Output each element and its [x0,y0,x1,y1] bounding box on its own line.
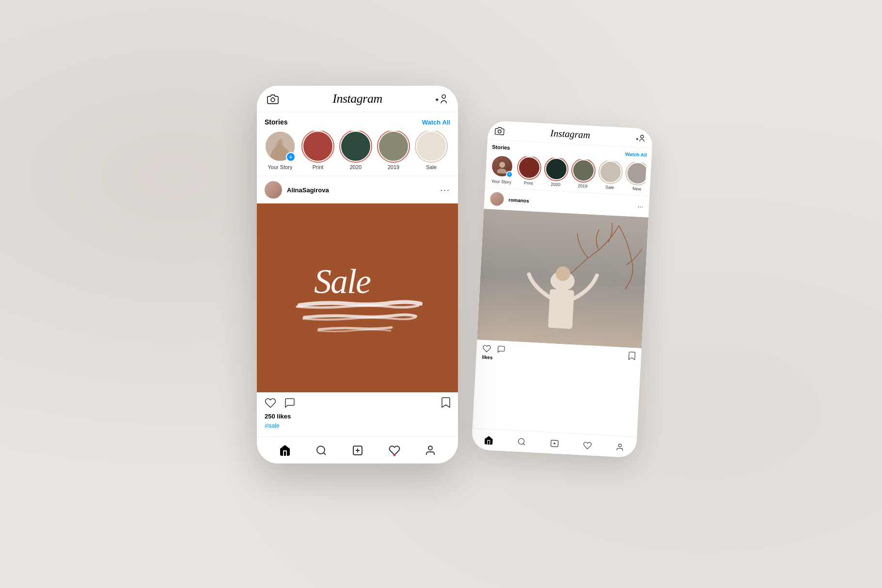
back-nav-add[interactable] [550,439,560,448]
front-add-user-icon[interactable] [436,93,448,105]
svg-point-14 [618,444,621,447]
stories-list-front: + Your Story Print [265,131,450,170]
back-post-username: romanos [508,197,529,203]
story-label-2019: 2019 [388,164,399,170]
back-bottom-nav [471,428,637,458]
front-camera-icon[interactable] [267,93,279,105]
story-item-sale-back[interactable]: Sale [598,160,622,190]
back-phone: Instagram Stories Watch All [471,121,653,458]
front-phone-header: Instagram [257,86,458,112]
svg-point-25 [428,446,432,450]
front-nav-search[interactable] [315,445,327,456]
plant-decoration [477,209,648,348]
svg-line-10 [523,443,524,445]
story-item-sale[interactable]: Sale [416,131,447,170]
back-nav-search[interactable] [517,437,526,446]
back-phone-stories: Stories Watch All + Your Story [485,140,652,197]
phones-container: Instagram Stories Watch All [247,76,635,512]
story-item-2020[interactable]: 2020 [340,131,371,170]
story-label-your-story: Your Story [268,164,293,170]
watch-all-front[interactable]: Watch All [422,119,450,126]
front-post-caption: #sale [257,420,458,433]
story-label-print: Print [524,181,533,186]
front-like-button[interactable] [265,397,276,410]
back-nav-profile[interactable] [615,442,625,451]
svg-text:Sale: Sale [314,262,371,301]
stories-list-back: + Your Story Print [490,155,646,192]
story-label-sale: Sale [426,164,437,170]
camera-icon[interactable] [494,125,504,136]
front-nav-add[interactable] [351,445,364,456]
back-nav-home[interactable] [484,435,494,444]
hashtag-sale: #sale [265,422,280,429]
front-post-avatar [265,181,282,199]
front-comment-button[interactable] [284,397,296,410]
story-item-your-story[interactable]: + Your Story [265,131,296,170]
back-comment-button[interactable] [497,345,506,353]
stories-label-back: Stories [492,144,510,151]
front-nav-heart[interactable] [389,445,400,456]
front-save-button[interactable] [441,397,450,410]
svg-rect-7 [548,289,574,329]
back-nav-heart[interactable] [583,440,592,449]
svg-point-20 [317,446,325,454]
story-label-2020: 2020 [350,164,362,170]
stories-label-front: Stories [265,118,287,126]
front-post-image: Sale [257,203,458,392]
watch-all-back[interactable]: Watch All [625,151,647,157]
story-item-your-story-back[interactable]: + Your Story [490,155,514,185]
front-nav-profile[interactable] [425,445,436,456]
front-phone-stories: Stories Watch All [257,112,458,176]
svg-point-0 [498,129,501,133]
front-post-likes: 250 likes [257,413,458,420]
post-user-info: AlinaSagirova [265,181,329,199]
story-item-new-back[interactable]: New [626,162,646,192]
svg-line-21 [324,452,326,454]
front-bottom-nav [257,436,458,464]
back-save-button[interactable] [629,351,636,360]
front-nav-home[interactable] [279,445,291,456]
front-phone: Instagram Stories Watch All [257,86,458,464]
story-item-2019[interactable]: 2019 [378,131,409,170]
plus-badge: + [506,171,513,178]
back-post-avatar [490,192,504,206]
story-item-print[interactable]: Print [302,131,333,170]
back-post-menu[interactable]: ··· [637,202,643,211]
story-item-print-back[interactable]: Print [517,156,541,186]
back-like-button[interactable] [482,344,491,353]
front-post-username: AlinaSagirova [287,186,329,194]
story-label-sale: Sale [605,185,614,190]
front-post-menu[interactable]: ··· [440,185,450,195]
sale-text-svg: Sale [285,249,430,346]
story-label: Your Story [491,179,511,185]
story-label-2020: 2020 [551,182,561,187]
svg-point-15 [271,98,275,102]
story-label-print: Print [313,164,324,170]
story-label-new: New [632,186,642,191]
add-user-icon[interactable] [636,133,646,143]
story-label-2019: 2019 [578,183,588,188]
story-item-2020-back[interactable]: 2020 [544,157,568,187]
plus-badge-front: + [286,152,296,162]
svg-point-4 [497,169,507,174]
front-phone-logo: Instagram [332,92,382,106]
svg-point-3 [499,162,505,168]
back-post-image [477,209,648,348]
front-post-header: AlinaSagirova ··· [257,176,458,203]
front-post-actions [257,392,458,413]
story-item-2019-back[interactable]: 2019 [571,159,595,189]
back-phone-logo: Instagram [550,127,590,140]
